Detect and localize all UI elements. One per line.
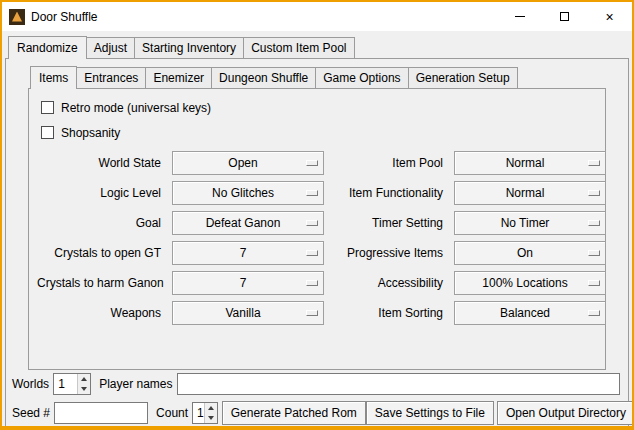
tab-game-options[interactable]: Game Options — [315, 67, 408, 88]
worlds-label: Worlds — [12, 377, 49, 391]
randomize-panel: Items Entrances Enemizer Dungeon Shuffle… — [5, 58, 629, 429]
crystals-gt-label: Crystals to open GT — [37, 246, 167, 260]
logic-level-dropdown[interactable]: No Glitches — [172, 181, 324, 205]
chevron-down-icon — [208, 416, 214, 420]
count-stepper-arrows — [204, 403, 217, 423]
tab-adjust[interactable]: Adjust — [86, 37, 135, 58]
retro-mode-row: Retro mode (universal keys) — [41, 95, 597, 120]
worlds-increment-button[interactable] — [78, 374, 90, 384]
worlds-stepper[interactable]: 1 — [53, 373, 91, 395]
crystals-ganon-value: 7 — [240, 276, 257, 290]
item-sorting-label: Item Sorting — [329, 306, 449, 320]
count-value: 1 — [193, 403, 204, 423]
tab-items[interactable]: Items — [30, 66, 77, 89]
items-panel: Retro mode (universal keys) Shopsanity W… — [28, 88, 606, 370]
shopsanity-label: Shopsanity — [61, 126, 120, 140]
seed-label: Seed # — [12, 406, 50, 420]
goal-label: Goal — [37, 216, 167, 230]
crystals-ganon-label: Crystals to harm Ganon — [37, 276, 167, 290]
weapons-dropdown[interactable]: Vanilla — [172, 301, 324, 325]
accessibility-dropdown[interactable]: 100% Locations — [454, 271, 606, 295]
weapons-value: Vanilla — [225, 306, 270, 320]
minimize-button[interactable] — [497, 2, 542, 31]
item-pool-label: Item Pool — [329, 156, 449, 170]
options-grid: World State Open Item Pool Normal Logic … — [37, 151, 597, 325]
crystals-gt-dropdown[interactable]: 7 — [172, 241, 324, 265]
goal-dropdown[interactable]: Defeat Ganon — [172, 211, 324, 235]
item-sorting-dropdown[interactable]: Balanced — [454, 301, 606, 325]
window-title: Door Shuffle — [31, 10, 497, 24]
close-button[interactable]: × — [587, 2, 632, 31]
world-state-label: World State — [37, 156, 167, 170]
close-icon: × — [605, 10, 613, 24]
count-increment-button[interactable] — [205, 403, 217, 413]
inner-tabbar: Items Entrances Enemizer Dungeon Shuffle… — [28, 66, 606, 88]
save-settings-button[interactable]: Save Settings to File — [366, 401, 494, 425]
item-sorting-value: Balanced — [500, 306, 560, 320]
count-stepper[interactable]: 1 — [192, 402, 218, 424]
maximize-icon — [560, 12, 569, 21]
outer-tabbar: Randomize Adjust Starting Inventory Cust… — [2, 36, 632, 58]
seed-row: Seed # Count 1 Generate Patched Rom Save… — [12, 401, 622, 425]
world-state-value: Open — [228, 156, 267, 170]
tab-enemizer[interactable]: Enemizer — [145, 67, 212, 88]
crystals-ganon-dropdown[interactable]: 7 — [172, 271, 324, 295]
dropdown-indicator-icon — [588, 160, 600, 166]
dropdown-indicator-icon — [588, 310, 600, 316]
dropdown-indicator-icon — [588, 220, 600, 226]
tab-starting-inventory[interactable]: Starting Inventory — [134, 37, 244, 58]
goal-value: Defeat Ganon — [206, 216, 291, 230]
right-button-group: Save Settings to File Open Output Direct… — [366, 401, 634, 425]
timer-setting-dropdown[interactable]: No Timer — [454, 211, 606, 235]
accessibility-label: Accessibility — [329, 276, 449, 290]
tab-entrances[interactable]: Entrances — [76, 67, 146, 88]
chevron-down-icon — [81, 387, 87, 391]
accessibility-value: 100% Locations — [482, 276, 577, 290]
tab-dungeon-shuffle[interactable]: Dungeon Shuffle — [211, 67, 316, 88]
worlds-decrement-button[interactable] — [78, 384, 90, 394]
tab-randomize[interactable]: Randomize — [8, 36, 87, 59]
retro-mode-checkbox[interactable] — [41, 101, 54, 114]
worlds-stepper-arrows — [77, 374, 90, 394]
weapons-label: Weapons — [37, 306, 167, 320]
inner-notebook: Items Entrances Enemizer Dungeon Shuffle… — [28, 66, 606, 370]
worlds-value: 1 — [54, 374, 77, 394]
minimize-icon — [515, 16, 525, 17]
dropdown-indicator-icon — [306, 160, 318, 166]
dropdown-indicator-icon — [306, 190, 318, 196]
dropdown-indicator-icon — [306, 280, 318, 286]
chevron-up-icon — [208, 406, 214, 410]
progressive-items-label: Progressive Items — [329, 246, 449, 260]
timer-setting-label: Timer Setting — [329, 216, 449, 230]
chevron-up-icon — [81, 377, 87, 381]
dropdown-indicator-icon — [588, 190, 600, 196]
maximize-button[interactable] — [542, 2, 587, 31]
timer-setting-value: No Timer — [501, 216, 560, 230]
tab-custom-item-pool[interactable]: Custom Item Pool — [243, 37, 354, 58]
dropdown-indicator-icon — [306, 250, 318, 256]
progressive-items-value: On — [517, 246, 543, 260]
player-names-label: Player names — [99, 377, 172, 391]
open-output-directory-button[interactable]: Open Output Directory — [497, 401, 634, 425]
dropdown-indicator-icon — [306, 220, 318, 226]
item-functionality-label: Item Functionality — [329, 186, 449, 200]
player-names-input[interactable] — [177, 373, 621, 395]
item-functionality-dropdown[interactable]: Normal — [454, 181, 606, 205]
tab-generation-setup[interactable]: Generation Setup — [408, 67, 518, 88]
world-state-dropdown[interactable]: Open — [172, 151, 324, 175]
progressive-items-dropdown[interactable]: On — [454, 241, 606, 265]
count-label: Count — [156, 406, 188, 420]
logic-level-value: No Glitches — [212, 186, 284, 200]
count-decrement-button[interactable] — [205, 413, 217, 423]
dropdown-indicator-icon — [306, 310, 318, 316]
app-window: Door Shuffle × Randomize Adjust Starting… — [0, 0, 634, 430]
seed-input[interactable] — [54, 402, 148, 424]
shopsanity-checkbox[interactable] — [41, 126, 54, 139]
title-bar[interactable]: Door Shuffle × — [2, 2, 632, 31]
generate-patched-rom-button[interactable]: Generate Patched Rom — [222, 401, 366, 425]
item-pool-dropdown[interactable]: Normal — [454, 151, 606, 175]
retro-mode-label: Retro mode (universal keys) — [61, 101, 211, 115]
window-content: Randomize Adjust Starting Inventory Cust… — [2, 31, 632, 430]
item-functionality-value: Normal — [506, 186, 555, 200]
dropdown-indicator-icon — [588, 280, 600, 286]
